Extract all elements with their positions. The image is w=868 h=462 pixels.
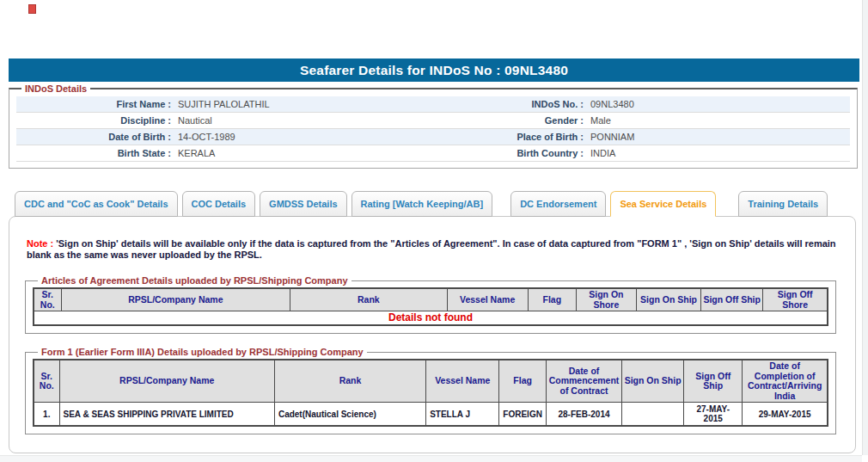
col-rank: Rank xyxy=(274,360,425,403)
form1-header-row: Sr. No. RPSL/Company Name Rank Vessel Na… xyxy=(34,360,828,403)
tab-rating-watch-keeping-ab[interactable]: Rating [Watch Keeping/AB] xyxy=(351,191,493,217)
cell-commencement-date: 28-FEB-2014 xyxy=(546,403,621,427)
birth-country-value: INDIA xyxy=(584,145,850,161)
details-not-found-message: Details not found xyxy=(34,311,828,326)
birth-state-label: Birth State : xyxy=(16,145,171,161)
articles-empty-row: Details not found xyxy=(34,311,828,326)
indos-row: First Name : SUJITH PALOLATHIL INDoS No.… xyxy=(16,96,850,113)
col-rpsl-company-name: RPSL/Company Name xyxy=(59,360,274,403)
indos-details-legend: INDoS Details xyxy=(21,83,90,94)
form1-table: Sr. No. RPSL/Company Name Rank Vessel Na… xyxy=(33,359,828,427)
cell-completion-date: 29-MAY-2015 xyxy=(743,403,828,427)
tab-dc-endorsement[interactable]: DC Endorsement xyxy=(510,191,606,217)
date-of-birth-value: 14-OCT-1989 xyxy=(171,129,429,145)
tab-coc-details[interactable]: COC Details xyxy=(182,191,256,217)
page-title: Seafarer Details for INDoS No : 09NL3480 xyxy=(9,59,859,82)
cell-sr-no: 1. xyxy=(34,403,59,427)
gender-value: Male xyxy=(584,113,850,128)
col-flag: Flag xyxy=(528,288,576,311)
date-of-birth-label: Date of Birth : xyxy=(16,129,171,145)
sign-on-ship-note: Note :'Sign on Ship' details will be ava… xyxy=(27,238,841,261)
note-label: Note : xyxy=(27,238,53,249)
indos-row: Discipline : Nautical Gender : Male xyxy=(16,113,850,129)
col-sign-on-ship: Sign On Ship xyxy=(636,288,700,311)
col-date-of-commencement: Date of Commencement of Contract xyxy=(546,360,621,403)
col-vessel-name: Vessel Name xyxy=(447,288,528,311)
birth-state-value: KERALA xyxy=(171,145,429,161)
seafarer-details-page: { "colors": { "titlebar_blue": "#07689B"… xyxy=(0,0,868,462)
cell-vessel: STELLA J xyxy=(426,403,499,427)
col-sign-on-ship: Sign On Ship xyxy=(622,360,684,403)
col-flag: Flag xyxy=(499,360,547,403)
col-vessel-name: Vessel Name xyxy=(426,360,499,403)
note-text: 'Sign on Ship' details will be available… xyxy=(27,238,836,260)
broken-image-icon xyxy=(28,4,36,14)
indos-details-section: INDoS Details First Name : SUJITH PALOLA… xyxy=(9,83,858,169)
vertical-scrollbar[interactable] xyxy=(862,0,868,455)
col-sign-off-ship: Sign Off Ship xyxy=(701,288,763,311)
discipline-value: Nautical xyxy=(171,113,429,128)
details-tab-bar: CDC and "CoC as Cook" Details COC Detail… xyxy=(15,191,832,217)
tab-sea-service-details[interactable]: Sea Service Details xyxy=(610,191,716,217)
tab-cdc-coc-as-cook-details[interactable]: CDC and "CoC as Cook" Details xyxy=(15,191,178,217)
cell-sign-on-ship xyxy=(622,403,684,427)
col-sr-no: Sr. No. xyxy=(34,288,61,311)
form1-data-row: 1. SEA & SEAS SHIPPING PRIVATE LIMITED C… xyxy=(34,403,828,427)
tab-training-details[interactable]: Training Details xyxy=(738,191,828,217)
col-rank: Rank xyxy=(290,288,447,311)
articles-of-agreement-legend: Articles of Agreement Details uploaded b… xyxy=(38,275,351,286)
form1-legend: Form 1 (Earlier Form IIIA) Details uploa… xyxy=(38,347,367,357)
gender-label: Gender : xyxy=(429,113,584,128)
articles-of-agreement-section: Articles of Agreement Details uploaded b… xyxy=(25,275,836,334)
cell-flag: FOREIGN xyxy=(499,403,547,427)
place-of-birth-value: PONNIAM xyxy=(584,129,850,145)
col-date-of-completion: Date of Completion of Contract/Arriving … xyxy=(743,360,828,403)
cell-rank: Cadet(Nautical Science) xyxy=(274,403,425,427)
tab-gmdss-details[interactable]: GMDSS Details xyxy=(260,191,346,217)
col-sign-on-shore: Sign On Shore xyxy=(576,288,636,311)
first-name-label: First Name : xyxy=(16,96,171,112)
cell-sign-off-ship: 27-MAY-2015 xyxy=(684,403,743,427)
col-sr-no: Sr. No. xyxy=(34,360,59,403)
birth-country-label: Birth Country : xyxy=(429,145,584,161)
discipline-label: Discipline : xyxy=(16,113,171,128)
place-of-birth-label: Place of Birth : xyxy=(429,129,584,145)
sea-service-details-panel: Note :'Sign on Ship' details will be ava… xyxy=(9,216,856,453)
cell-company: SEA & SEAS SHIPPING PRIVATE LIMITED xyxy=(59,403,274,427)
form1-section: Form 1 (Earlier Form IIIA) Details uploa… xyxy=(25,347,836,434)
indos-no-value: 09NL3480 xyxy=(584,96,850,112)
col-sign-off-ship: Sign Off Ship xyxy=(684,360,743,403)
articles-header-row: Sr. No. RPSL/Company Name Rank Vessel Na… xyxy=(34,288,828,311)
indos-no-label: INDoS No. : xyxy=(429,96,584,112)
indos-row: Date of Birth : 14-OCT-1989 Place of Bir… xyxy=(16,129,850,145)
col-rpsl-company-name: RPSL/Company Name xyxy=(61,288,290,311)
col-sign-off-shore: Sign Off Shore xyxy=(763,288,828,311)
indos-row: Birth State : KERALA Birth Country : IND… xyxy=(16,145,850,162)
first-name-value: SUJITH PALOLATHIL xyxy=(171,96,429,112)
horizontal-scrollbar[interactable] xyxy=(0,455,862,462)
articles-of-agreement-table: Sr. No. RPSL/Company Name Rank Vessel Na… xyxy=(33,287,828,326)
